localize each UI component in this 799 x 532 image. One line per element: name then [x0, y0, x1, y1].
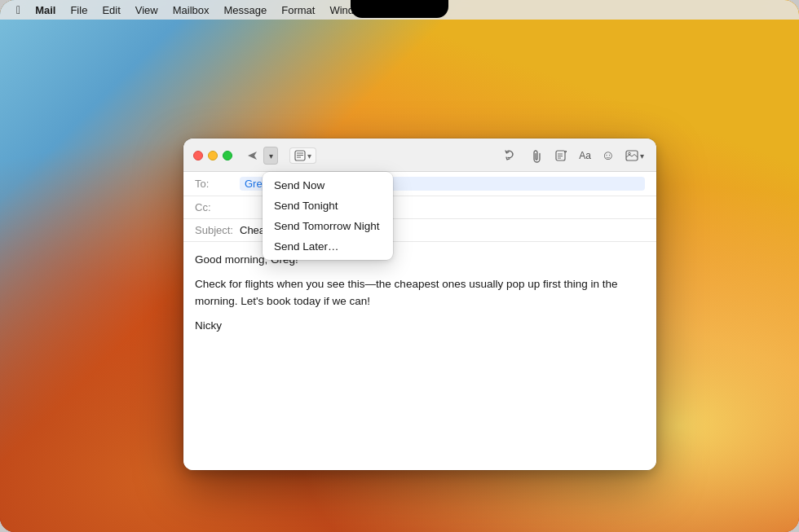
send-button[interactable]	[242, 147, 263, 165]
font-label: Aa	[579, 150, 591, 161]
svg-point-9	[629, 152, 631, 155]
apple-menu[interactable]: 	[10, 2, 27, 18]
send-later-item[interactable]: Send Later…	[263, 236, 393, 257]
attach-button[interactable]	[524, 147, 547, 165]
to-label: To:	[195, 178, 240, 190]
menu-view[interactable]: View	[129, 2, 165, 18]
subject-field-row: Subject: Cheap flig	[183, 219, 656, 242]
undo-icon	[503, 149, 516, 162]
close-button[interactable]	[193, 151, 203, 160]
compose-body: To: Greg Scheer Cc: Subject: Cheap flig …	[183, 172, 656, 470]
format-chevron-icon: ▾	[307, 152, 311, 160]
maximize-button[interactable]	[223, 151, 232, 160]
email-body[interactable]: Good morning, Greg! Check for flights wh…	[183, 242, 656, 470]
send-tomorrow-night-item[interactable]: Send Tomorrow Night	[263, 216, 393, 236]
body-text: Check for flights when you see this—the …	[195, 276, 645, 310]
menu-message[interactable]: Message	[218, 2, 274, 18]
menu-mail[interactable]: Mail	[29, 2, 62, 18]
subject-label: Subject:	[195, 224, 240, 236]
photo-icon	[625, 150, 638, 161]
menu-format[interactable]: Format	[275, 2, 321, 18]
cc-field-row: Cc:	[183, 196, 656, 219]
cc-label: Cc:	[195, 201, 240, 213]
send-dropdown-button[interactable]: ▾ Send Now Send Tonight Send Tomorrow Ni…	[263, 147, 278, 165]
font-button[interactable]: Aa	[576, 147, 594, 165]
send-tonight-item[interactable]: Send Tonight	[263, 196, 393, 216]
send-group: ▾ Send Now Send Tonight Send Tomorrow Ni…	[242, 147, 278, 165]
annotate-icon	[555, 149, 568, 162]
emoji-icon: ☺	[602, 148, 615, 163]
undo-button[interactable]	[498, 147, 521, 165]
send-now-item[interactable]: Send Now	[263, 175, 393, 196]
body-signature: Nicky	[195, 318, 645, 334]
menu-file[interactable]: File	[64, 2, 94, 18]
photo-button[interactable]: ▾	[623, 147, 647, 165]
photo-chevron-icon: ▾	[640, 152, 644, 160]
send-dropdown-menu: Send Now Send Tonight Send Tomorrow Nigh…	[263, 172, 393, 260]
right-tools: Aa ☺ ▾	[498, 147, 647, 165]
note-icon	[294, 150, 306, 161]
menu-edit[interactable]: Edit	[95, 2, 126, 18]
compose-window: ▾ Send Now Send Tonight Send Tomorrow Ni…	[183, 138, 656, 470]
minimize-button[interactable]	[208, 151, 218, 160]
menu-mailbox[interactable]: Mailbox	[166, 2, 216, 18]
title-bar: ▾ Send Now Send Tonight Send Tomorrow Ni…	[183, 138, 656, 172]
annotate-button[interactable]	[550, 147, 573, 165]
paperclip-icon	[530, 149, 542, 163]
to-field-row: To: Greg Scheer	[183, 172, 656, 196]
chevron-down-icon: ▾	[269, 152, 273, 160]
send-icon	[246, 149, 259, 162]
format-button[interactable]: ▾	[289, 147, 316, 164]
emoji-button[interactable]: ☺	[597, 147, 620, 165]
traffic-lights	[193, 151, 232, 160]
camera-notch	[351, 0, 448, 18]
